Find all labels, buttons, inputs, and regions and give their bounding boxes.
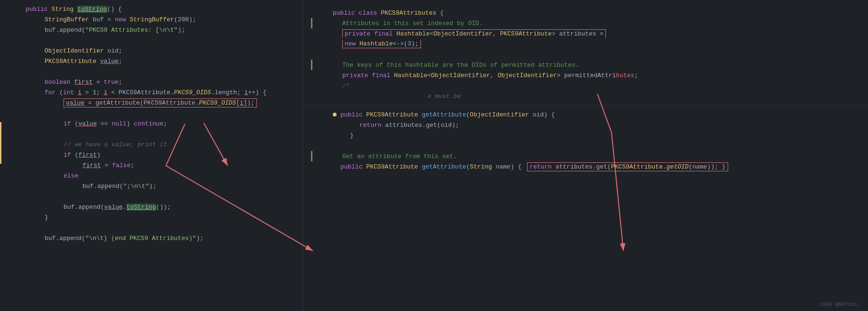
code-line: // we have a value; print it — [0, 139, 303, 150]
code-line: Get an attribute from this set. — [311, 151, 860, 161]
code-line — [0, 35, 303, 45]
code-line: } — [311, 130, 860, 141]
code-line: else — [0, 170, 303, 181]
code-line-boxed-right2: public PKCS9Attribute getAttribute(Strin… — [311, 161, 860, 172]
code-line — [311, 49, 860, 60]
code-editor: public String toString() { StringBuffer … — [0, 0, 868, 311]
code-line: StringBuffer buf = new StringBuffer(200)… — [0, 14, 303, 25]
right-bottom-section: public PKCS9Attribute getAttribute(Objec… — [303, 107, 868, 176]
watermark: CSDN @KKfine_ — [820, 302, 860, 307]
code-line — [0, 191, 303, 202]
code-line — [0, 66, 303, 77]
code-line: } — [0, 212, 303, 222]
code-line: boolean first = true; — [0, 77, 303, 87]
right-top-section: public class PKCS9Attributes { Attribute… — [303, 4, 868, 103]
code-line — [0, 222, 303, 233]
code-line: ObjectIdentifier oid; — [0, 45, 303, 56]
code-line-boxed-right1: private final Hashtable<ObjectIdentifier… — [311, 28, 860, 39]
code-line: e must be — [311, 91, 860, 101]
code-line: buf.append(";\n\t"); — [0, 181, 303, 191]
code-line: /* — [311, 80, 860, 91]
code-line-boxed-right1b: new Hashtable<->(3); — [311, 39, 860, 49]
code-line: if (first) — [0, 150, 303, 160]
section-divider — [303, 105, 868, 106]
code-line: buf.append("\n\t} (end PKCS9 Attributes)… — [0, 233, 303, 243]
code-line: for (int i = 1; i < PKCS9Attribute.PKCS9… — [0, 87, 303, 98]
code-line: private final Hashtable<ObjectIdentifier… — [311, 70, 860, 80]
code-line: buf.append("PKCS9 Attributes: [\n\t"); — [0, 25, 303, 35]
code-line — [0, 129, 303, 139]
right-code-panel: public class PKCS9Attributes { Attribute… — [303, 0, 868, 311]
code-line-boxed: value = getAttribute(PKCS9Attribute.PKCS… — [0, 98, 303, 108]
code-line: PKCS9Attribute value; — [0, 56, 303, 66]
method-dot — [333, 113, 337, 116]
left-code-panel: public String toString() { StringBuffer … — [0, 0, 303, 311]
code-line: public PKCS9Attribute getAttribute(Objec… — [311, 109, 860, 120]
code-line: return attributes.get(oid); — [311, 120, 860, 130]
code-line: The keys of this hashtable are the OIDs … — [311, 60, 860, 70]
gutter-marker — [0, 122, 1, 164]
code-line — [0, 108, 303, 118]
code-line: Attributes in this set indexed by OID. — [311, 18, 860, 28]
code-line: buf.append(value.toString()); — [0, 202, 303, 212]
code-line: public class PKCS9Attributes { — [311, 8, 860, 18]
code-line: first = false; — [0, 160, 303, 170]
code-line: if (value == null) continue; — [0, 118, 303, 129]
code-line: public String toString() { — [0, 4, 303, 14]
code-line — [311, 141, 860, 151]
